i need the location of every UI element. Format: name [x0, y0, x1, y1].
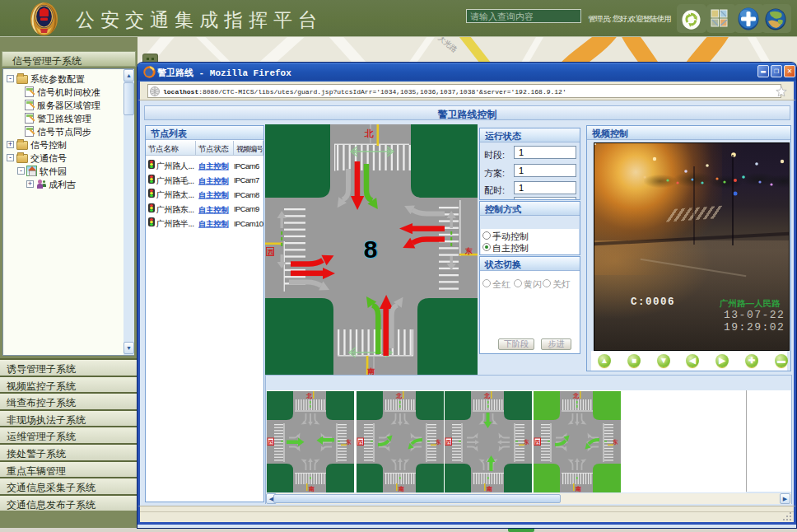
svg-text:南: 南	[398, 486, 404, 492]
svg-text:北: 北	[364, 128, 374, 138]
svg-text:北: 北	[483, 393, 491, 399]
svg-text:北: 北	[395, 393, 403, 399]
svg-text:8: 8	[364, 236, 378, 263]
svg-text:西: 西	[268, 439, 274, 446]
svg-text:东: 东	[464, 247, 473, 255]
svg-text:北: 北	[572, 393, 580, 399]
svg-text:南: 南	[308, 486, 315, 492]
svg-text:西: 西	[445, 439, 452, 446]
svg-text:西: 西	[357, 439, 364, 446]
svg-text:南: 南	[575, 486, 581, 492]
svg-text:西: 西	[268, 249, 274, 256]
svg-text:南: 南	[486, 486, 492, 492]
svg-text:北: 北	[305, 393, 313, 399]
svg-text:西: 西	[534, 439, 541, 446]
